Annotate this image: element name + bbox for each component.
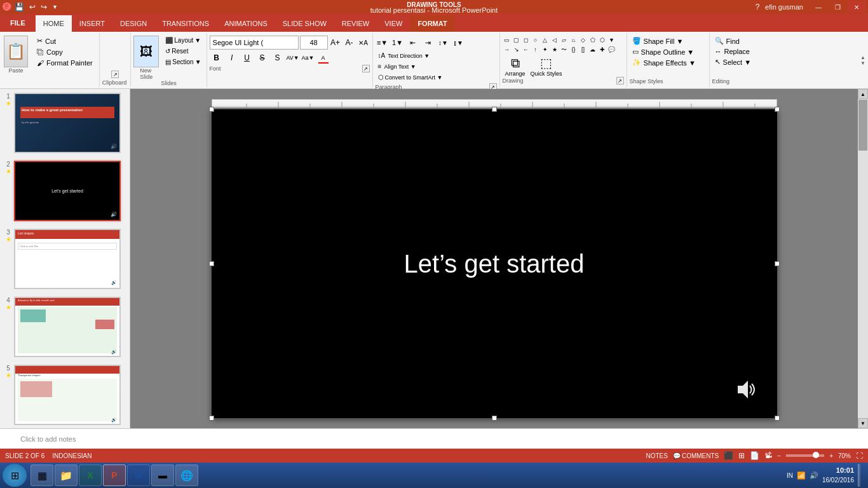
- ribbon-scroll-up[interactable]: ▲: [860, 55, 865, 60]
- slide-preview-3[interactable]: List shapes Click to add Title 🔊: [14, 229, 121, 289]
- handle-bc[interactable]: [492, 416, 497, 421]
- font-color-button[interactable]: A: [316, 51, 330, 65]
- zoom-in-btn[interactable]: +: [829, 452, 833, 459]
- bullet-list-button[interactable]: ≡▼: [376, 36, 390, 50]
- fit-slide-btn[interactable]: ⛶: [856, 452, 863, 459]
- arrange-button[interactable]: ⧉ Arrange: [503, 56, 528, 77]
- tab-transitions[interactable]: TRANSITIONS: [154, 15, 217, 32]
- view-toggle-grid[interactable]: ⊞: [738, 451, 745, 460]
- zoom-slider[interactable]: [786, 454, 824, 457]
- quick-styles-button[interactable]: ⬚ Quick Styles: [531, 55, 562, 77]
- qa-save[interactable]: 💾: [13, 1, 26, 13]
- font-expand[interactable]: ↗: [362, 65, 370, 72]
- slide-thumb-4[interactable]: 4 ★ Animation fly in with smooth and 🔊: [3, 297, 127, 357]
- minimize-btn[interactable]: —: [810, 1, 827, 13]
- shape-hex[interactable]: ⬡: [598, 36, 607, 44]
- shape-cross[interactable]: ✚: [598, 45, 607, 54]
- shape-outline-button[interactable]: ▭ Shape Outline ▼: [630, 46, 707, 57]
- notes-button[interactable]: NOTES: [646, 452, 668, 459]
- slide-preview-4[interactable]: Animation fly in with smooth and 🔊: [14, 297, 121, 357]
- slide-thumb-5[interactable]: 5 ★ Transparent shapes 🔊: [3, 365, 127, 425]
- numbered-list-button[interactable]: 1▼: [391, 36, 405, 50]
- shape-larrow[interactable]: ←: [522, 45, 531, 54]
- shape-wave[interactable]: 〜: [560, 45, 569, 54]
- shape-penta[interactable]: ⬠: [588, 36, 597, 44]
- tab-home[interactable]: HOME: [36, 15, 72, 32]
- shadow-button[interactable]: S: [271, 51, 285, 65]
- select-button[interactable]: ↖ Select ▼: [712, 57, 771, 67]
- decrease-font-btn[interactable]: A-: [343, 36, 356, 49]
- view-toggle-presenter[interactable]: 📽: [764, 451, 772, 460]
- find-button[interactable]: 🔍 Find: [712, 36, 771, 46]
- start-button[interactable]: ⊞: [3, 464, 27, 487]
- columns-button[interactable]: ⫿▼: [452, 36, 466, 50]
- vscroll-down[interactable]: ▼: [858, 418, 868, 428]
- help-btn[interactable]: ?: [751, 1, 764, 13]
- slide-preview-1[interactable]: How to make a great presentation by efin…: [14, 93, 121, 153]
- close-btn[interactable]: ✕: [848, 1, 865, 13]
- paste-button[interactable]: 📋 Paste: [4, 36, 28, 74]
- shape-triangle[interactable]: △: [541, 36, 550, 44]
- taskbar-chrome[interactable]: 🌐: [175, 464, 198, 486]
- vscroll-thumb[interactable]: [858, 100, 867, 151]
- view-toggle-reading[interactable]: 📄: [750, 451, 759, 460]
- copy-button[interactable]: ⿻ Copy: [34, 47, 95, 57]
- cut-button[interactable]: ✂ Cut: [34, 36, 95, 46]
- font-size-input[interactable]: [300, 36, 328, 50]
- tab-design[interactable]: DESIGN: [112, 15, 154, 32]
- font-name-input[interactable]: [210, 36, 299, 50]
- new-slide-button[interactable]: 🖼 NewSlide: [133, 36, 159, 80]
- slide-thumb-3[interactable]: 3 ★ List shapes Click to add Title 🔊: [3, 229, 127, 289]
- taskbar-excel[interactable]: X: [79, 464, 102, 486]
- vscroll-up[interactable]: ▲: [858, 89, 868, 99]
- shape-rtriangle[interactable]: ◁: [550, 36, 559, 44]
- line-spacing-button[interactable]: ↕▼: [437, 36, 451, 50]
- slide-preview-2[interactable]: Let's get started 🔊: [14, 161, 121, 221]
- slide-preview-5[interactable]: Transparent shapes 🔊: [14, 365, 121, 425]
- slide-canvas[interactable]: Let’s get started: [212, 109, 777, 418]
- comments-button[interactable]: 💬 COMMENTS: [673, 452, 719, 459]
- shape-diamond[interactable]: ◇: [579, 36, 588, 44]
- convert-smartart-button[interactable]: ⬡ Convert to SmartArt ▼: [376, 72, 445, 82]
- tab-file[interactable]: FILE: [3, 14, 33, 32]
- underline-button[interactable]: U: [240, 51, 254, 65]
- handle-tc[interactable]: [492, 107, 497, 112]
- increase-font-btn[interactable]: A+: [329, 36, 342, 49]
- tray-volume[interactable]: 🔊: [810, 471, 818, 480]
- taskbar-word[interactable]: W: [127, 464, 150, 486]
- shape-more[interactable]: ▼: [607, 36, 616, 44]
- char-spacing-button[interactable]: AV▼: [286, 51, 300, 65]
- shape-darrow[interactable]: ↘: [512, 45, 521, 54]
- reset-button[interactable]: ↺ Reset: [163, 46, 203, 56]
- shape-uarrow[interactable]: ↑: [531, 45, 540, 54]
- taskbar-terminal[interactable]: ▬: [151, 464, 174, 486]
- section-button[interactable]: ▤ Section ▼: [163, 57, 203, 67]
- decrease-indent-button[interactable]: ⇤: [406, 36, 420, 50]
- handle-tr[interactable]: [775, 107, 780, 112]
- clear-format-btn[interactable]: ✕A: [357, 36, 370, 49]
- shape-fill-button[interactable]: 🪣 Shape Fill ▼: [630, 36, 707, 46]
- shape-circle[interactable]: ○: [531, 36, 540, 44]
- slide-thumb-1[interactable]: 1 ★ How to make a great presentation by …: [3, 93, 127, 153]
- taskbar-explorer[interactable]: 📁: [55, 464, 78, 486]
- restore-btn[interactable]: ❐: [829, 1, 846, 13]
- tab-review[interactable]: REVIEW: [334, 15, 377, 32]
- bold-button[interactable]: B: [210, 51, 224, 65]
- format-painter-button[interactable]: 🖌 Format Painter: [34, 58, 95, 68]
- qa-redo[interactable]: ↪: [39, 1, 49, 13]
- qa-more[interactable]: ▼: [50, 3, 60, 11]
- tab-animations[interactable]: ANIMATIONS: [217, 15, 275, 32]
- notes-placeholder[interactable]: Click to add notes: [10, 430, 86, 448]
- shape-rect[interactable]: ▭: [503, 36, 512, 44]
- slide-thumb-2[interactable]: 2 ★ Let's get started 🔊: [3, 161, 127, 221]
- zoom-out-btn[interactable]: −: [777, 452, 781, 459]
- tab-slideshow[interactable]: SLIDE SHOW: [275, 15, 334, 32]
- tab-view[interactable]: VIEW: [377, 15, 410, 32]
- handle-br[interactable]: [775, 416, 780, 421]
- tab-format[interactable]: FORMAT: [410, 15, 454, 32]
- taskbar-metro[interactable]: ▦: [31, 464, 53, 486]
- shape-callout[interactable]: 💬: [607, 45, 616, 54]
- align-text-button[interactable]: ≡ Align Text ▼: [376, 62, 419, 71]
- strikethrough-button[interactable]: S: [255, 51, 269, 65]
- slide-sound-icon[interactable]: [735, 378, 758, 405]
